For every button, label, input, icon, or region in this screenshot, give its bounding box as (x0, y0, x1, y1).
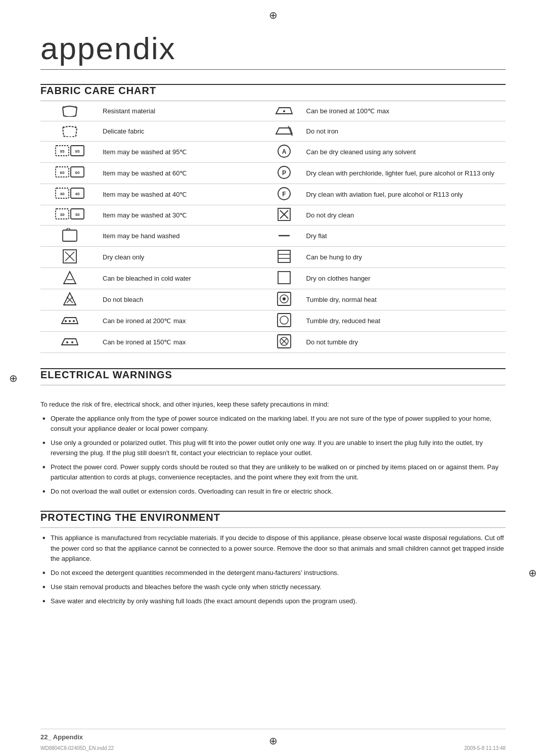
icon-cell2 (266, 310, 302, 332)
x-circle-icon (278, 208, 291, 221)
svg-rect-41 (278, 272, 290, 284)
table-row: 60 60 Item may be washed at 60℃ P (40, 163, 506, 184)
svg-point-48 (65, 320, 67, 322)
fabric-care-heading: FABRIC CARE CHART (40, 85, 506, 97)
tub-60-dotted-icon: 60 (55, 166, 69, 179)
tumble-reduced-icon (277, 313, 291, 327)
page-title: appendix (40, 30, 506, 66)
icon-cell2: A (266, 142, 302, 163)
icon-cell2: F (266, 184, 302, 205)
list-item: Protect the power cord. Power supply cor… (40, 462, 506, 482)
iron-1dot-icon (275, 105, 293, 116)
table-row: Resistant material Can be ironed at 100℃… (40, 101, 506, 121)
svg-marker-39 (64, 272, 76, 284)
icon-cell2: P (266, 163, 302, 184)
environment-bullets: This appliance is manufactured from recy… (40, 533, 506, 606)
footer-page-number: 22_ Appendix (40, 733, 83, 741)
icon-cell (40, 226, 99, 247)
desc-cell2: Dry flat (302, 226, 506, 247)
page: ⊕ ⊕ ⊕ appendix FABRIC CARE CHART Resista… (0, 0, 546, 756)
triangle-bleach-icon (63, 271, 77, 285)
svg-point-2 (283, 110, 285, 112)
crosshair-top-icon: ⊕ (269, 9, 278, 21)
circle-A-icon: A (277, 144, 291, 158)
table-row: Can be ironed at 200℃ max Tumble dry, re… (40, 310, 506, 332)
tub-95-dotted-icon: 95 (55, 145, 69, 157)
svg-text:60: 60 (60, 170, 64, 175)
svg-rect-31 (63, 230, 77, 241)
desc-cell2: Can be hung to dry (302, 247, 506, 268)
desc-cell: Do not bleach (99, 289, 266, 310)
icon-cell2 (266, 205, 302, 226)
triangle-x-icon (63, 292, 77, 306)
desc-cell: Resistant material (99, 101, 266, 121)
list-item: Operate the appliance only from the type… (40, 414, 506, 434)
tub-hand-icon (62, 228, 77, 242)
icon-cell2 (266, 247, 302, 268)
svg-point-47 (283, 297, 286, 300)
desc-cell: Item may be hand washed (99, 226, 266, 247)
icon-cell2 (266, 226, 302, 247)
desc-cell: Can be ironed at 150℃ max (99, 332, 266, 353)
icon-cell: 95 95 (40, 142, 99, 163)
list-item: Do not overload the wall outlet or exten… (40, 486, 506, 497)
svg-marker-42 (64, 293, 76, 305)
icon-cell2 (266, 289, 302, 310)
svg-text:95: 95 (60, 149, 64, 154)
list-item: Save water and electricity by only washi… (40, 596, 506, 606)
desc-cell: Item may be washed at 30℃ (99, 205, 266, 226)
icon-cell (40, 310, 99, 332)
icon-cell2 (266, 332, 302, 353)
icon-cell: 60 60 (40, 163, 99, 184)
desc-cell: Item may be washed at 40℃ (99, 184, 266, 205)
table-row: Can be bleached in cold water Dry on clo… (40, 268, 506, 289)
tub-30-solid-icon: 30 (70, 208, 84, 220)
svg-text:40: 40 (75, 192, 79, 196)
table-row: 30 30 Item may be washed at 30℃ (40, 205, 506, 226)
table-row: Delicate fabric Do not iron (40, 121, 506, 142)
dash-icon (278, 233, 291, 238)
svg-point-50 (73, 320, 75, 322)
desc-cell2: Tumble dry, reduced heat (302, 310, 506, 332)
desc-cell2: Dry clean with aviation fuel, pure alcoh… (302, 184, 506, 205)
svg-point-54 (71, 341, 73, 343)
table-row: Dry clean only Can be hung to dry (40, 247, 506, 268)
fabric-care-table: Resistant material Can be ironed at 100℃… (40, 101, 506, 353)
desc-cell2: Can be dry cleaned using any solvent (302, 142, 506, 163)
crosshair-bottom-icon: ⊕ (269, 735, 278, 747)
desc-cell2: Do not tumble dry (302, 332, 506, 353)
desc-cell: Can be bleached in cold water (99, 268, 266, 289)
footer-left-doc: WD8804C8-02405D_EN.indd 22 (40, 745, 114, 751)
lines-box-icon (278, 250, 291, 263)
svg-rect-51 (278, 314, 291, 327)
desc-cell: Delicate fabric (99, 121, 266, 142)
svg-text:P: P (282, 169, 286, 176)
icon-cell (40, 121, 99, 142)
crosshair-right-icon: ⊕ (528, 567, 537, 579)
svg-point-53 (66, 341, 68, 343)
icon-cell2 (266, 121, 302, 142)
iron-3dot-icon (61, 315, 79, 326)
tub-40-dotted-icon: 40 (55, 188, 69, 200)
circle-P-icon: P (277, 165, 291, 180)
table-row: 95 95 Item may be washed at 95℃ A (40, 142, 506, 163)
icon-cell2 (266, 101, 302, 121)
desc-cell: Can be ironed at 200℃ max (99, 310, 266, 332)
tub-30-dotted-icon: 30 (55, 208, 69, 220)
environment-heading: PROTECTING THE ENVIRONMENT (40, 512, 506, 523)
list-item: Do not exceed the detergent quantities r… (40, 568, 506, 578)
icon-cell (40, 332, 99, 353)
list-item: Use stain removal products and bleaches … (40, 582, 506, 592)
svg-rect-36 (278, 250, 290, 262)
table-row: Item may be hand washed Dry flat (40, 226, 506, 247)
icon-cell (40, 101, 99, 121)
iron-cross-icon (275, 125, 293, 136)
icon-cell (40, 247, 99, 268)
svg-text:60: 60 (75, 170, 79, 175)
electrical-bullets: Operate the appliance only from the type… (40, 414, 506, 497)
tub-resistant-icon (62, 104, 78, 117)
desc-cell2: Dry clean with perchloride, lighter fuel… (302, 163, 506, 184)
icon-cell: 30 30 (40, 205, 99, 226)
svg-point-49 (69, 320, 71, 322)
desc-cell2: Tumble dry, normal heat (302, 289, 506, 310)
